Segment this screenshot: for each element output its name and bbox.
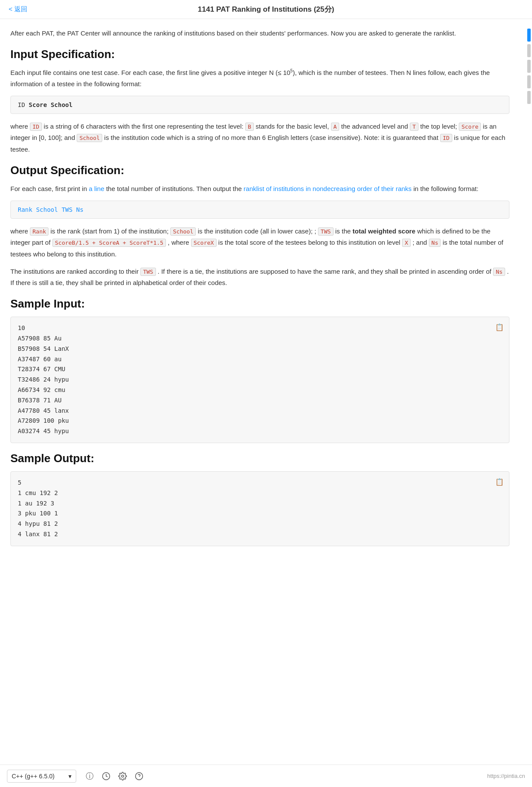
sample-input-line-7: A66734 92 cmu xyxy=(18,385,502,395)
svg-point-1 xyxy=(122,775,124,777)
back-button[interactable]: < 返回 xyxy=(9,5,27,13)
copy-sample-output-button[interactable]: 📋 xyxy=(495,476,504,488)
site-url: https://pintia.cn xyxy=(487,773,525,779)
gear-icon[interactable] xyxy=(118,771,127,781)
output-spec-text3: The institutions are ranked according to… xyxy=(10,266,509,289)
main-content: After each PAT, the PAT Center will anno… xyxy=(0,19,520,598)
b-tag: B xyxy=(245,123,254,131)
sample-output-line-3: 1 au 192 3 xyxy=(18,499,502,509)
ns-tag2: Ns xyxy=(493,268,505,276)
sample-input-block: 📋 10 A57908 85 Au B57908 54 LanX A37487 … xyxy=(10,317,509,443)
sample-input-line-2: A57908 85 Au xyxy=(18,334,502,344)
sample-input-line-9: A47780 45 lanx xyxy=(18,406,502,416)
sample-output-line-5: 4 hypu 81 2 xyxy=(18,519,502,529)
input-format-block: ID Score School xyxy=(10,96,509,114)
sample-input-line-11: A03274 45 hypu xyxy=(18,426,502,437)
problem-intro: After each PAT, the PAT Center will anno… xyxy=(10,28,509,39)
scroll-dot-4 xyxy=(527,75,531,88)
t-tag: T xyxy=(410,123,418,131)
sample-input-line-10: A72809 100 pku xyxy=(18,416,502,426)
x-tag: X xyxy=(402,239,411,247)
tws-tag2: TWS xyxy=(140,268,156,276)
chevron-down-icon: ▾ xyxy=(68,773,71,780)
language-selector[interactable]: C++ (g++ 6.5.0) ▾ xyxy=(7,770,76,783)
sample-input-line-1: 10 xyxy=(18,323,502,334)
ns-tag: Ns xyxy=(429,239,441,247)
language-label: C++ (g++ 6.5.0) xyxy=(12,773,55,780)
output-spec-text2: where Rank is the rank (start from 1) of… xyxy=(10,226,509,260)
scorex-tag: ScoreX xyxy=(191,239,217,247)
output-format-block: Rank School TWS Ns xyxy=(10,201,509,219)
id-tag2: ID xyxy=(440,134,452,142)
input-spec-text2: where ID is a string of 6 characters wit… xyxy=(10,121,509,155)
sample-input-line-6: T32486 24 hypu xyxy=(18,375,502,385)
sample-output-heading: Sample Output: xyxy=(10,452,509,465)
info-icon[interactable]: ⓘ xyxy=(85,771,94,781)
sample-input-line-8: B76378 71 AU xyxy=(18,395,502,406)
header: < 返回 1141 PAT Ranking of Institutions (2… xyxy=(0,0,532,19)
school-tag2: School xyxy=(170,227,196,236)
page-title: 1141 PAT Ranking of Institutions (25分) xyxy=(198,4,334,14)
sample-output-line-4: 3 pku 100 1 xyxy=(18,508,502,519)
sample-output-line-1: 5 xyxy=(18,478,502,488)
scroll-dot-1 xyxy=(527,29,531,42)
scroll-dot-5 xyxy=(527,91,531,104)
tws-tag: TWS xyxy=(318,227,333,236)
a-tag: A xyxy=(331,123,340,131)
sample-output-line-6: 4 lanx 81 2 xyxy=(18,529,502,540)
input-format-code: ID Score School xyxy=(18,101,72,108)
input-spec-heading: Input Specification: xyxy=(10,48,509,61)
score-tag: Score xyxy=(459,123,481,131)
sample-input-line-5: T28374 67 CMU xyxy=(18,364,502,375)
help-icon[interactable] xyxy=(134,771,144,781)
scroll-dot-3 xyxy=(527,60,531,73)
output-format-code: Rank School TWS Ns xyxy=(18,206,84,213)
copy-sample-input-button[interactable]: 📋 xyxy=(495,321,504,333)
sample-input-line-3: B57908 54 LanX xyxy=(18,344,502,354)
sample-output-line-2: 1 cmu 192 2 xyxy=(18,488,502,499)
scroll-indicator xyxy=(526,26,532,107)
sample-output-block: 📋 5 1 cmu 192 2 1 au 192 3 3 pku 100 1 4… xyxy=(10,471,509,546)
bottom-toolbar: C++ (g++ 6.5.0) ▾ ⓘ https://pintia.cn xyxy=(0,764,532,787)
output-spec-heading: Output Specification: xyxy=(10,164,509,177)
id-tag: ID xyxy=(30,123,42,131)
formula-tag: ScoreB/1.5 + ScoreA + ScoreT*1.5 xyxy=(52,239,166,247)
input-spec-text1: Each input file contains one test case. … xyxy=(10,67,509,90)
school-tag: School xyxy=(77,134,102,142)
toolbar-icons: ⓘ xyxy=(85,771,144,781)
scroll-dot-2 xyxy=(527,44,531,57)
sample-input-line-4: A37487 60 au xyxy=(18,354,502,365)
clock-icon[interactable] xyxy=(101,771,111,781)
output-spec-text1: For each case, first print in a line the… xyxy=(10,183,509,194)
sample-input-heading: Sample Input: xyxy=(10,297,509,311)
rank-tag: Rank xyxy=(30,227,49,236)
